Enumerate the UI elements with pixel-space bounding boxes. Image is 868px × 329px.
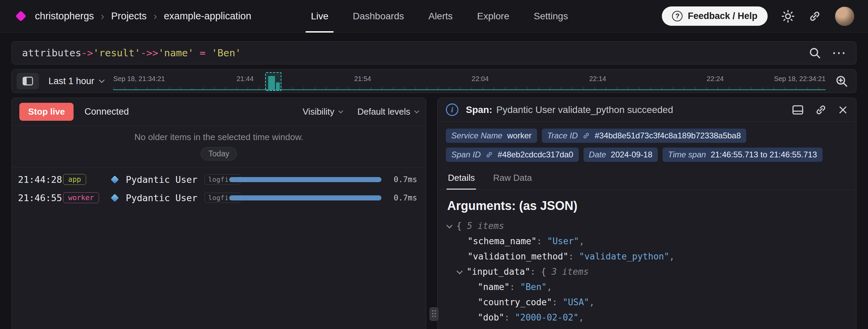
tab-details[interactable]: Details: [447, 167, 476, 190]
badge-value: #34bd8e51d73c3f4c8a189b72338a5ba8: [595, 131, 741, 140]
badge-link-icon: [583, 132, 590, 139]
query-token: =: [194, 47, 211, 59]
span-detail-panel: i Span:Pydantic User validate_python suc…: [437, 98, 856, 329]
query-token: 'name': [158, 47, 194, 59]
log-timestamp: 21:46:55: [18, 193, 63, 203]
visibility-dropdown[interactable]: Visibility: [302, 107, 342, 117]
json-viewer: { 5 items"schema_name": "User","validati…: [447, 218, 847, 329]
query-token: ->: [81, 47, 93, 59]
timeline-tick-label: Sep 18, 22:34:21: [774, 75, 826, 83]
json-line: "validation_method": "validate_python",: [447, 249, 847, 264]
copy-link-icon[interactable]: [815, 104, 827, 116]
span-attribute-badge[interactable]: Trace ID #34bd8e51d73c3f4c8a189b72338a5b…: [542, 129, 746, 143]
nav-item-explore[interactable]: Explore: [465, 0, 521, 33]
nav-item-settings[interactable]: Settings: [521, 0, 580, 33]
timeline-tick-label: 21:44: [237, 75, 254, 83]
badge-link-icon: [486, 151, 493, 158]
tab-raw-data[interactable]: Raw Data: [492, 167, 533, 190]
stop-live-button[interactable]: Stop live: [19, 103, 74, 121]
content-panels: Stop live Connected Visibility Default l…: [12, 98, 856, 329]
breadcrumb: christophergs›Projects›example-applicati…: [35, 10, 251, 22]
nav-item-live[interactable]: Live: [299, 0, 340, 33]
json-line: "country_code": "USA",: [447, 295, 847, 310]
badge-label: Span ID: [451, 150, 481, 159]
panel-resize-handle[interactable]: [430, 307, 438, 321]
share-link-icon[interactable]: [808, 10, 821, 23]
query-token: 'result': [93, 47, 141, 59]
timeline-tick-label: 22:14: [589, 75, 606, 83]
badge-label: Time span: [668, 150, 706, 159]
time-range-dropdown[interactable]: Last 1 hour: [48, 76, 104, 86]
timeline-tick-label: 22:24: [707, 75, 724, 83]
breadcrumb-item[interactable]: christophergs: [35, 11, 94, 22]
empty-message: No older items in the selected time wind…: [12, 132, 426, 142]
collapse-caret-icon[interactable]: [446, 222, 452, 228]
nav-item-alerts[interactable]: Alerts: [416, 0, 465, 33]
today-chip[interactable]: Today: [201, 147, 237, 160]
query-input[interactable]: attributes->'result'->>'name' = 'Ben': [22, 47, 241, 59]
zoom-in-icon[interactable]: [835, 75, 848, 88]
log-row[interactable]: 21:46:55workerPydantic Userlogfire0.7ms: [12, 190, 426, 206]
query-token: attributes: [22, 47, 81, 59]
more-options-icon[interactable]: ⋯: [832, 50, 846, 56]
duration-bar: [229, 177, 381, 182]
badge-value: 2024-09-18: [611, 150, 652, 159]
feedback-help-button[interactable]: ? Feedback / Help: [662, 6, 768, 26]
arguments-heading: Arguments: (as JSON): [447, 199, 847, 213]
panel-left-toggle-icon[interactable]: [17, 73, 39, 89]
breadcrumb-item[interactable]: example-application: [164, 11, 251, 22]
badge-label: Service Name: [451, 131, 502, 140]
json-line: "schema_name": "User",: [447, 234, 847, 249]
time-range-label: Last 1 hour: [48, 76, 94, 86]
default-levels-dropdown[interactable]: Default levels: [357, 107, 418, 117]
timeline-axis[interactable]: Sep 18, 21:34:2121:4421:5422:0422:1422:2…: [113, 70, 826, 93]
badge-value: 21:46:55.713 to 21:46:55.713: [711, 150, 817, 159]
json-line: "dob": "2000-02-02",: [447, 310, 847, 325]
query-bar[interactable]: attributes->'result'->>'name' = 'Ben' ⋯: [12, 41, 856, 64]
question-icon: ?: [672, 11, 683, 21]
log-timestamp: 21:44:28: [18, 174, 63, 185]
navbar-actions: ? Feedback / Help: [662, 6, 854, 26]
duration-label: 0.7ms: [394, 175, 417, 184]
detail-tabs: DetailsRaw Data: [438, 167, 856, 190]
top-navbar: christophergs›Projects›example-applicati…: [0, 0, 868, 33]
nav-item-dashboards[interactable]: Dashboards: [340, 0, 416, 33]
logfire-logo-icon[interactable]: [15, 11, 26, 22]
environment-tag: app: [63, 174, 86, 185]
live-panel: Stop live Connected Visibility Default l…: [12, 98, 426, 329]
environment-tag: worker: [63, 192, 99, 203]
chevron-down-icon: [414, 108, 419, 113]
info-icon: i: [446, 103, 458, 116]
span-attribute-badge[interactable]: Span ID #48eb2cdcdc317da0: [446, 148, 579, 162]
json-line: { 5 items: [447, 218, 847, 234]
theme-toggle-icon[interactable]: [781, 9, 795, 23]
badge-value: worker: [507, 131, 532, 140]
detail-body: Arguments: (as JSON) { 5 items"schema_na…: [438, 190, 856, 329]
timeline-tick-label: 22:04: [472, 75, 489, 83]
span-detail-header: i Span:Pydantic User validate_python suc…: [438, 98, 856, 122]
span-name: Pydantic User: [126, 193, 204, 203]
collapse-caret-icon[interactable]: [456, 268, 462, 274]
span-title-prefix: Span:: [466, 104, 492, 115]
dock-panel-icon[interactable]: [792, 104, 804, 116]
close-icon[interactable]: [838, 105, 848, 115]
user-avatar[interactable]: [835, 6, 854, 26]
breadcrumb-item[interactable]: Projects: [111, 11, 147, 22]
histogram-bar: [268, 76, 275, 90]
empty-state: No older items in the selected time wind…: [12, 125, 426, 168]
query-token: ->>: [140, 47, 158, 59]
timeline-selection[interactable]: [265, 72, 281, 91]
span-name: Pydantic User: [126, 174, 204, 185]
default-levels-label: Default levels: [357, 107, 410, 117]
duration-label: 0.7ms: [394, 193, 417, 202]
main-nav: LiveDashboardsAlertsExploreSettings: [299, 0, 580, 33]
search-icon[interactable]: [809, 47, 821, 59]
timeline-tick-label: 21:54: [354, 75, 371, 83]
breadcrumb-separator-icon: ›: [101, 10, 104, 22]
breadcrumb-separator-icon: ›: [154, 10, 157, 22]
json-line: }: [447, 325, 847, 329]
log-row[interactable]: 21:44:28appPydantic Userlogfire0.7ms: [12, 172, 426, 187]
log-rows: 21:44:28appPydantic Userlogfire0.7ms21:4…: [12, 168, 426, 212]
span-attribute-badge: Date2024-09-18: [584, 148, 658, 162]
pydantic-diamond-icon: [111, 175, 119, 183]
